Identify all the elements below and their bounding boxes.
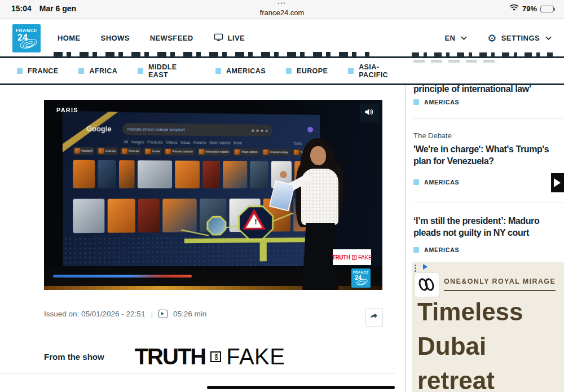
play-button[interactable]	[551, 173, 564, 192]
truth-or-fake-logo[interactable]: TRUTH OR FAKE	[135, 344, 285, 369]
sidebar-headline[interactable]: ‘I’m still the president’: Maduro pleads…	[413, 215, 563, 239]
language-selector[interactable]: EN	[444, 34, 467, 42]
header-right: EN ⚙ SETTINGS	[444, 19, 552, 57]
image-result-thumb	[175, 161, 200, 188]
search-chips: HandcuffCostumePrisonierInmatePrisoner c…	[73, 147, 315, 157]
google-result-tabs: All Images Products Videos News Forums S…	[124, 140, 243, 145]
clipped-sidebar-text	[412, 52, 553, 56]
category-square	[348, 68, 354, 74]
ad-brand: ONE&ONLY ROYAL MIRAGE	[444, 278, 556, 291]
chevron-down-icon	[461, 34, 467, 42]
clipped-article-title	[54, 52, 369, 56]
category-square	[17, 68, 23, 74]
sidebar-headline[interactable]: principle of international law'	[413, 85, 560, 95]
from-show-label: From the show	[44, 352, 104, 362]
oneandonly-logo	[415, 273, 439, 297]
subnav-france[interactable]: FRANCE	[17, 67, 58, 75]
filter-chip: Prisoner costume	[164, 148, 195, 156]
share-icon	[369, 311, 379, 323]
category-tag[interactable]: AMERICAS	[413, 246, 459, 253]
subnav-africa[interactable]: AFRICA	[78, 67, 117, 75]
image-result-thumb	[223, 161, 247, 188]
nav-live[interactable]: LIVE	[214, 33, 245, 43]
image-result-thumb	[98, 160, 116, 188]
duration: 05:26 min	[173, 310, 206, 318]
category-tag[interactable]: AMERICAS	[413, 99, 459, 105]
category-square	[413, 179, 419, 185]
tab-overview-dots[interactable]: •••	[277, 1, 286, 6]
clock: 15:04	[11, 4, 32, 13]
logo-swirl	[19, 38, 39, 51]
france24-logo[interactable]: FRANCE 24	[12, 24, 41, 52]
section-divider	[0, 373, 395, 374]
filter-chip: Handcuff	[73, 147, 94, 155]
presenter-face	[310, 146, 326, 165]
location-label: PARIS	[56, 107, 78, 113]
safari-ipad-page: 15:04 Mar 6 gen ••• france24.com 79% FRA…	[0, 0, 564, 392]
play-triangle-icon	[554, 178, 561, 187]
category-square	[215, 68, 221, 74]
category-square	[138, 68, 143, 74]
nav-newsfeed[interactable]: NEWSFEED	[150, 34, 193, 42]
volume-button[interactable]	[360, 104, 378, 122]
image-result-thumb	[138, 160, 172, 188]
share-button[interactable]	[365, 308, 383, 327]
speaker-icon	[364, 107, 374, 120]
category-square	[413, 99, 419, 105]
show-name[interactable]: The Debate	[413, 131, 452, 140]
subnav-asia-pacific[interactable]: ASIA-PACIFIC	[348, 63, 405, 79]
issued-date: Issued on: 05/01/2026 - 22:51	[44, 310, 145, 318]
mic-icon	[257, 129, 259, 131]
google-logo: Google	[86, 125, 111, 133]
adchoices-icon[interactable]	[423, 264, 428, 270]
subnav-americas[interactable]: AMERICAS	[215, 67, 266, 75]
filter-chip: Inmate	[143, 148, 161, 156]
filter-chip: Venezuela's maduro	[197, 148, 230, 156]
ad-headline: Timeless Dubai retreat	[417, 294, 523, 392]
settings-menu[interactable]: ⚙ SETTINGS	[487, 33, 552, 43]
nav-shows[interactable]: SHOWS	[101, 34, 130, 42]
france24-watermark: FRANCE 24	[351, 268, 371, 288]
truth-or-fake-badge: TRUTH OR FAKE	[333, 249, 371, 265]
search-query: maduro prison orange jumpsuit	[127, 127, 249, 133]
advertisement[interactable]: ONE&ONLY ROYAL MIRAGE Timeless Dubai ret…	[412, 262, 564, 392]
clipped-sidebar-text	[413, 60, 498, 63]
image-result-thumb	[250, 161, 268, 188]
filter-chip: Prisonier	[120, 147, 141, 155]
search-icon	[266, 129, 268, 131]
google-avatar	[307, 127, 313, 133]
sidebar-headline[interactable]: 'We're in charge': What's Trump's plan f…	[413, 143, 563, 167]
filter-chip: Costume	[96, 147, 117, 155]
subnav-middle-east[interactable]: MIDDLE EAST	[138, 63, 195, 79]
image-result-thumb	[108, 199, 135, 232]
clear-icon	[252, 129, 254, 131]
video-player[interactable]: PARIS Google maduro prison orange jumpsu…	[44, 100, 382, 290]
battery-percent: 79%	[522, 5, 537, 13]
filter-chip: Prisonier orange	[262, 148, 290, 156]
battery-icon	[540, 6, 554, 12]
nav-home[interactable]: HOME	[58, 34, 81, 42]
kebab-menu-icon[interactable]	[415, 265, 416, 266]
image-result-thumb	[162, 199, 197, 232]
site-header: FRANCE 24 HOME SHOWS NEWSFEED LIVE EN ⚙ …	[0, 19, 564, 57]
subnav-europe[interactable]: EUROPE	[286, 67, 328, 75]
address-bar[interactable]: france24.com	[260, 8, 305, 17]
video-meta: Issued on: 05/01/2026 - 22:51 | 05:26 mi…	[44, 310, 206, 318]
date: Mar 6 gen	[39, 4, 76, 13]
image-result-thumb	[73, 199, 104, 234]
image-result-thumb	[73, 160, 95, 188]
clipped-next-section	[207, 386, 395, 389]
status-bar: 15:04 Mar 6 gen ••• france24.com 79%	[0, 0, 564, 19]
camera-icon	[261, 129, 263, 131]
gear-icon: ⚙	[487, 33, 497, 43]
image-result-thumb	[138, 199, 160, 232]
presenter	[287, 134, 377, 290]
image-result-thumb	[202, 161, 220, 188]
category-square	[413, 247, 419, 253]
live-screen-icon	[214, 33, 223, 43]
chevron-down-icon	[545, 34, 552, 42]
category-tag[interactable]: AMERICAS	[413, 179, 459, 186]
category-square	[78, 68, 84, 74]
google-search-bar: maduro prison orange jumpsuit	[122, 123, 272, 136]
wifi-icon	[509, 5, 519, 13]
